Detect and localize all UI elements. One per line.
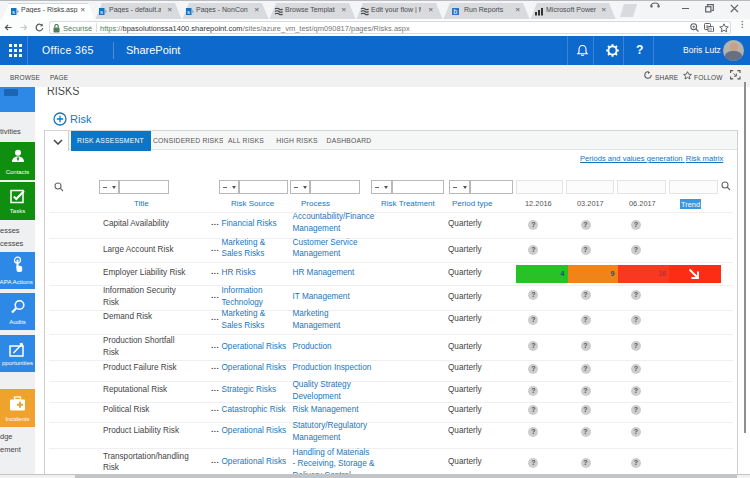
svg-text:b: b <box>709 26 712 32</box>
svg-text:b: b <box>454 8 458 15</box>
svg-text:s: s <box>12 9 15 15</box>
svg-text:s: s <box>100 9 103 15</box>
svg-text:s: s <box>187 9 190 15</box>
